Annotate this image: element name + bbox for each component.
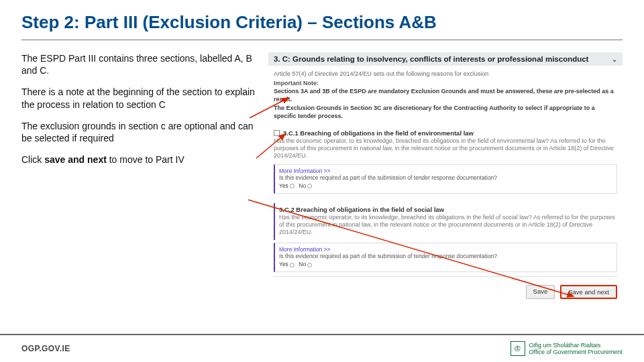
footer-irish: Oifig um Sholáthar Rialtais [529,342,623,349]
section-3c2-title: 3.C.2 Breaching of obligations in the fi… [279,206,444,213]
evidence-box-3c1: More Information >> Is this evidence req… [274,164,617,194]
button-row: Save Save and next [268,281,623,302]
yes-label-3c1: Yes [279,182,288,189]
divider [274,276,617,277]
footer-logo-block: ♔ Oifig um Sholáthar Rialtais Office of … [511,341,623,356]
p4-pre: Click [21,154,44,165]
harp-icon: ♔ [511,341,525,356]
title-rule [21,40,623,40]
checkbox-3c1[interactable] [274,130,280,136]
embedded-screenshot: 3. C: Grounds relating to insolvency, co… [268,52,623,302]
section-3c1-title: 3.C.1 Breaching of obligations in the fi… [283,129,474,137]
panel-body: Article 57(4) of Directive 2014/24/EU se… [268,66,623,121]
radio-yes-3c1[interactable] [290,184,294,188]
section-3c1: 3.C.1 Breaching of obligations in the fi… [268,127,623,198]
panel-header-title: 3. C: Grounds relating to insolvency, co… [274,55,588,63]
p4-post: to move to Part IV [107,154,184,165]
more-info-link-3c1[interactable]: More Information >> [279,168,612,174]
section-3c1-desc: Has the economic operator, to its knowle… [274,137,617,160]
evidence-question-3c2: Is this evidence required as part of the… [279,253,612,259]
note-line-2: The Exclusion Grounds in Section 3C are … [274,104,617,120]
yes-label-3c2: Yes [279,261,288,267]
slide-title: Step 2: Part III (Exclusion Criteria) – … [21,12,623,33]
paragraph-2: There is a note at the beginning of the … [21,86,263,110]
p4-bold: save and next [44,154,107,165]
save-and-next-button[interactable]: Save and next [560,285,617,299]
radio-no-3c2[interactable] [307,263,312,267]
paragraph-4: Click save and next to move to Part IV [21,154,263,166]
paragraph-3: The exclusion grounds in section c are o… [21,120,263,144]
slide-footer: OGP.GOV.IE ♔ Oifig um Sholáthar Rialtais… [0,334,644,362]
note-line-1: Sections 3A and 3B of the ESPD are manda… [274,87,617,103]
section-3c2-desc: Has the economic operator, to its knowle… [279,214,617,237]
important-note-label: Important Note: [274,79,617,87]
panel-intro: Article 57(4) of Directive 2014/24/EU se… [274,70,617,78]
panel-header-3c[interactable]: 3. C: Grounds relating to insolvency, co… [268,52,623,66]
chevron-down-icon: ⌄ [612,56,617,63]
no-label-3c1: No [299,182,306,189]
no-label-3c2: No [299,261,306,267]
radio-no-3c1[interactable] [307,184,312,188]
radio-yes-3c2[interactable] [290,263,294,267]
footer-url: OGP.GOV.IE [21,344,70,353]
save-button[interactable]: Save [526,285,555,299]
evidence-question-3c1: Is this evidence required as part of the… [279,174,612,181]
footer-english: Office of Government Procurement [529,349,623,355]
section-3c2: 3.C.2 Breaching of obligations in the fi… [274,203,623,241]
more-info-link-3c2[interactable]: More Information >> [279,246,612,253]
paragraph-1: The ESPD Part III contains three section… [21,52,263,76]
evidence-box-3c2: More Information >> Is this evidence req… [274,243,617,272]
text-column: The ESPD Part III contains three section… [21,52,263,175]
